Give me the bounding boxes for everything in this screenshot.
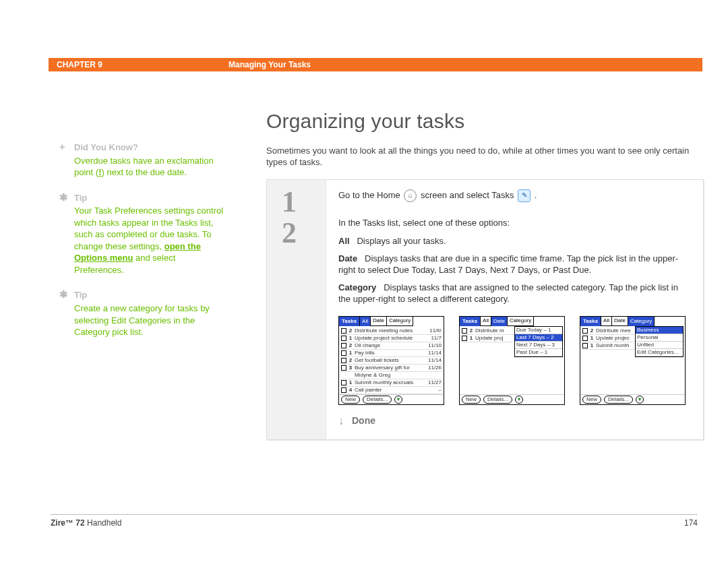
task-date: 11/26 [428,365,442,372]
task-text: Midyne & Greg [355,372,439,379]
task-date: 11/14 [428,350,442,357]
page-footer: Zire™ 72 Handheld 174 [51,514,698,528]
pda-title: Tasks [339,317,359,326]
task-priority: 1 [469,335,473,342]
task-checkbox[interactable] [341,350,346,356]
task-priority: 1 [348,350,353,357]
task-checkbox[interactable] [582,328,588,334]
task-date: 11/7 [431,335,442,342]
pda-titlebar: Tasks All Date Category [339,317,444,326]
option-all: All Displays all your tasks. [338,235,691,247]
task-priority: 2 [469,327,473,335]
task-checkbox[interactable] [582,336,588,341]
asterisk-icon: ✱ [59,289,68,299]
pda-tab-category[interactable]: Category [628,317,655,326]
asterisk-icon: ✱ [59,192,68,202]
pda-date-picklist[interactable]: Due Today – 1Last 7 Days – 2Next 7 Days … [514,326,563,357]
step-number-2: 2 [282,218,326,249]
tip-block-2: ✱ Tip Create a new category for tasks by… [74,289,226,338]
task-text: Buy anniversary gift for [355,365,426,372]
pda-screenshot-row: Tasks All Date Category 2Distribute meet… [338,316,691,405]
task-checkbox[interactable] [341,387,346,393]
pda-tab-all[interactable]: All [480,317,491,326]
pda-task-list: Due Today – 1Last 7 Days – 2Next 7 Days … [460,326,564,394]
task-checkbox[interactable] [341,336,346,341]
page-title: Organizing your tasks [266,108,702,135]
pda-task-row[interactable]: Midyne & Greg [341,372,442,379]
task-checkbox[interactable] [341,328,346,334]
task-date: 11/27 [428,379,442,387]
task-checkbox[interactable] [341,380,346,385]
done-label: Done [352,414,375,427]
pda-task-row[interactable]: 4Call painter– [341,387,442,394]
task-text: Distribute meeting notes [355,327,427,335]
pda-task-row[interactable]: 2Distribute meeting notes11/6! [341,327,442,335]
task-checkbox[interactable] [582,343,588,348]
chapter-title: Managing Your Tasks [229,59,311,70]
picklist-item[interactable]: Last 7 Days – 2 [515,334,562,342]
task-priority: 1 [348,335,353,342]
task-priority: 2 [348,357,353,365]
task-text: Get football tickets [355,357,426,365]
pda-category-picklist[interactable]: BusinessPersonalUnfiledEdit Categories..… [635,326,684,357]
pda-task-list: BusinessPersonalUnfiledEdit Categories..… [580,326,685,394]
picklist-item[interactable]: Past Due – 1 [515,349,562,356]
page-number: 174 [684,518,698,528]
task-checkbox[interactable] [462,336,467,341]
pda-new-button[interactable]: New [341,396,360,404]
step-2-intro: In the Tasks list, select one of these o… [338,217,691,229]
pda-task-row[interactable]: 1Update project schedule11/7 [341,335,442,342]
pda-task-row[interactable]: 2Oil change11/10 [341,342,442,350]
pda-new-button[interactable]: New [462,396,481,404]
pda-task-row[interactable]: 1Submit monthly accruals11/27 [341,379,442,387]
pda-task-row[interactable]: 3Buy anniversary gift for11/26 [341,365,442,372]
pda-show-button[interactable]: ▾ [515,396,523,404]
pda-tab-date[interactable]: Date [612,317,628,326]
task-checkbox[interactable] [341,365,346,371]
pda-show-button[interactable]: ▾ [394,396,402,404]
picklist-item[interactable]: Next 7 Days – 3 [515,342,562,349]
picklist-item[interactable]: Personal [636,334,683,342]
pda-tab-all[interactable]: All [359,317,371,326]
sidebar: + Did You Know? Overdue tasks have an ex… [74,142,226,352]
tip2-body: Create a new category for tasks by selec… [74,303,226,338]
picklist-item[interactable]: Edit Categories... [636,349,683,356]
tip1-heading-text: Tip [74,193,87,203]
task-date: – [439,387,442,394]
dyk-heading-text: Did You Know? [74,142,138,152]
tip1-heading: ✱ Tip [74,192,226,204]
task-text: Call painter [355,387,437,394]
step-2-row: In the Tasks list, select one of these o… [338,217,691,427]
tasks-app-icon: ✎ [518,189,530,202]
pda-task-row[interactable]: 2Get football tickets11/14 [341,357,442,365]
intro-text: Sometimes you want to look at all the th… [266,145,702,168]
picklist-item[interactable]: Unfiled [636,342,683,349]
pda-task-row[interactable]: 1Pay bills11/14 [341,350,442,357]
pda-tab-date[interactable]: Date [491,317,508,326]
pda-tab-all[interactable]: All [601,317,612,326]
picklist-item[interactable]: Business [636,327,683,334]
pda-screenshot-category: Tasks All Date Category BusinessPersonal… [580,316,686,405]
chapter-bar: CHAPTER 9 Managing Your Tasks [49,58,702,71]
task-checkbox[interactable] [341,358,346,363]
task-checkbox[interactable] [341,343,346,348]
pda-details-button[interactable]: Details... [363,396,392,404]
done-row: ↓ Done [338,414,691,427]
pda-tab-category[interactable]: Category [387,317,413,326]
task-checkbox[interactable] [462,328,467,334]
pda-titlebar: Tasks All Date Category [460,317,564,326]
pda-tab-date[interactable]: Date [371,317,387,326]
picklist-item[interactable]: Due Today – 1 [515,327,562,334]
task-priority: 4 [348,387,353,394]
step-1-row: Go to the Home ⌂ screen and select Tasks… [338,189,691,202]
pda-bottom-bar: New Details... ▾ [339,394,444,404]
pda-new-button[interactable]: New [582,396,601,404]
step-numbers: 1 2 [267,180,326,439]
pda-show-button[interactable]: ▾ [636,396,644,404]
main-column: Organizing your tasks Sometimes you want… [266,108,702,440]
pda-tab-category[interactable]: Category [508,317,534,326]
pda-details-button[interactable]: Details... [604,396,633,404]
pda-details-button[interactable]: Details... [483,396,512,404]
home-icon: ⌂ [404,189,417,202]
task-text: Submit monthly accruals [355,379,426,387]
